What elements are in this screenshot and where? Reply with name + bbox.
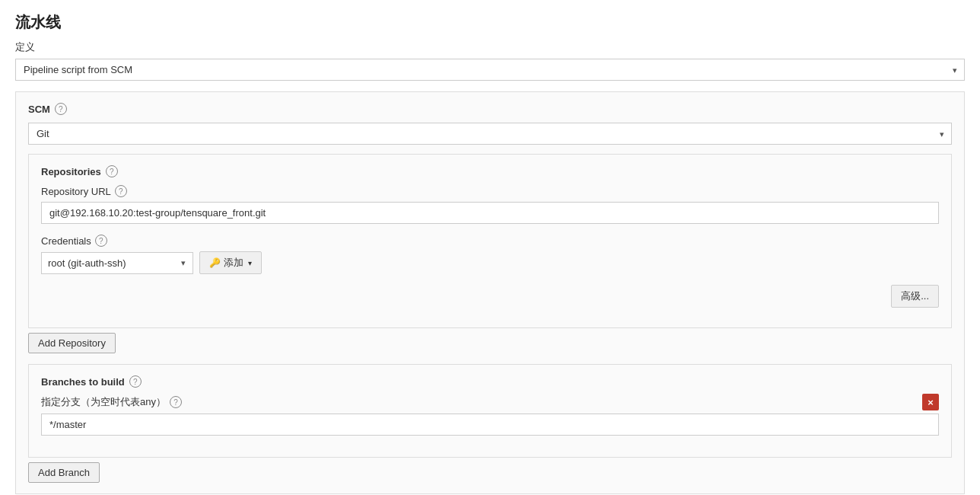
- branch-field-label: 指定分支（为空时代表any）: [41, 395, 166, 409]
- scm-help-icon[interactable]: ?: [55, 103, 67, 115]
- repo-url-input[interactable]: [41, 202, 939, 224]
- repositories-section: Repositories ? Repository URL ? Credenti…: [28, 154, 952, 328]
- credentials-row: root (git-auth-ssh)none ▾ 🔑 添加 ▾: [41, 251, 939, 274]
- credentials-select-wrapper: root (git-auth-ssh)none ▾: [41, 252, 193, 274]
- definition-label: 定义: [15, 40, 965, 54]
- remove-branch-button[interactable]: ×: [922, 394, 939, 410]
- credentials-select[interactable]: root (git-auth-ssh)none: [41, 252, 193, 274]
- scm-select[interactable]: GitNoneSubversion: [28, 123, 952, 145]
- repo-url-help-icon[interactable]: ?: [115, 185, 127, 197]
- branch-field-label-row: 指定分支（为空时代表any） ?: [41, 395, 939, 409]
- branches-section: Branches to build ? 指定分支（为空时代表any） ? ×: [28, 364, 952, 458]
- add-credentials-button[interactable]: 🔑 添加 ▾: [199, 251, 262, 274]
- branch-field-group: 指定分支（为空时代表any） ?: [41, 395, 939, 436]
- credentials-label: Credentials: [41, 235, 91, 247]
- repositories-help-icon[interactable]: ?: [106, 165, 118, 177]
- repositories-header: Repositories ?: [41, 165, 939, 177]
- add-branch-button[interactable]: Add Branch: [28, 462, 100, 483]
- branch-entry: 指定分支（为空时代表any） ? ×: [41, 395, 939, 436]
- advanced-button[interactable]: 高级...: [891, 285, 939, 308]
- advanced-row: 高级...: [41, 285, 939, 308]
- branches-help-icon[interactable]: ?: [129, 375, 142, 388]
- branch-input[interactable]: [41, 414, 939, 436]
- key-icon: 🔑: [209, 257, 221, 268]
- definition-select[interactable]: Pipeline script from SCM: [15, 59, 965, 81]
- credentials-help-icon[interactable]: ?: [95, 235, 107, 247]
- repo-url-group: Repository URL ?: [41, 185, 939, 224]
- add-credentials-caret: ▾: [248, 259, 252, 267]
- scm-label: SCM: [28, 104, 50, 115]
- add-repository-button[interactable]: Add Repository: [28, 333, 116, 353]
- repositories-label: Repositories: [41, 166, 101, 177]
- repo-url-label: Repository URL: [41, 186, 111, 197]
- add-credentials-label: 添加: [224, 256, 243, 270]
- repo-url-label-row: Repository URL ?: [41, 185, 939, 197]
- scm-outer-section: SCM ? GitNoneSubversion ▾ Repositories ?…: [15, 91, 965, 494]
- credentials-label-row: Credentials ?: [41, 235, 939, 247]
- credentials-group: Credentials ? root (git-auth-ssh)none ▾ …: [41, 235, 939, 274]
- branch-field-help-icon[interactable]: ?: [170, 396, 182, 408]
- branches-label: Branches to build: [41, 376, 125, 388]
- page-title: 流水线: [15, 12, 965, 33]
- branches-header: Branches to build ?: [41, 375, 939, 388]
- page-wrapper: 流水线 定义 Pipeline script from SCM ▾ SCM ? …: [0, 0, 980, 495]
- scm-select-wrapper: GitNoneSubversion ▾: [28, 123, 952, 145]
- definition-select-wrapper: Pipeline script from SCM ▾: [15, 59, 965, 81]
- scm-section-header: SCM ?: [28, 103, 952, 115]
